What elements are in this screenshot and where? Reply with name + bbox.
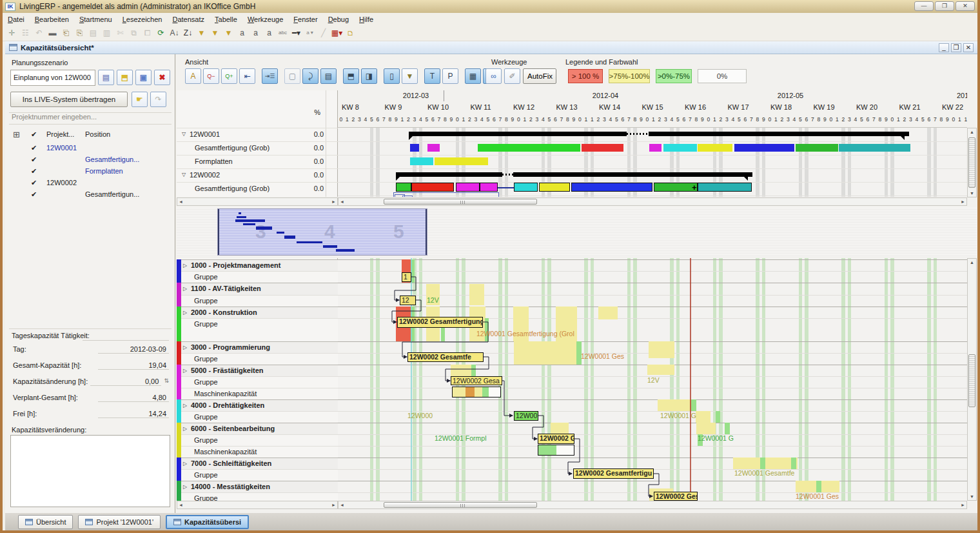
project-row[interactable]: Formplatten0.0 <box>177 155 338 168</box>
menu-datensatz[interactable]: Datensatz <box>167 14 210 25</box>
task-bar[interactable] <box>796 144 838 152</box>
fontsize-icon[interactable]: a ▾ <box>303 26 317 39</box>
transfer-live-button[interactable]: Ins LIVE-System übertragen <box>10 92 128 107</box>
task-bar[interactable] <box>649 144 662 152</box>
expand-icon[interactable]: ▷ <box>183 345 187 350</box>
scroll-left-arrow[interactable]: ◄ <box>340 199 344 204</box>
bottom-tab[interactable]: Projekt '12W0001' <box>78 515 161 529</box>
tree-row[interactable]: ✔12W0002 <box>5 178 175 190</box>
summary-bar[interactable] <box>513 172 752 177</box>
expand-icon[interactable]: ▷ <box>183 461 187 467</box>
color-rows-button[interactable]: ▦ <box>465 68 481 84</box>
expand-icon[interactable]: ▷ <box>183 484 187 490</box>
menu-bearbeiten[interactable]: Bearbeiten <box>30 14 74 25</box>
tree-row-label[interactable]: 12W0002 <box>46 179 77 186</box>
import-icon[interactable]: ⎘ <box>73 26 86 39</box>
scroll-down-arrow[interactable]: ▼ <box>968 494 976 499</box>
spinner-control[interactable]: ⇅ <box>164 377 169 386</box>
legend-chip[interactable]: > 100 % <box>568 69 603 83</box>
zoom-select-button[interactable]: A <box>185 68 201 84</box>
scroll-up-arrow[interactable]: ▲ <box>968 130 976 134</box>
new-scenario-button[interactable]: ▤ <box>98 70 114 85</box>
bottom-tab[interactable]: Übersicht <box>18 515 73 529</box>
scroll-left-arrow[interactable]: ◄ <box>179 503 183 507</box>
legend-chip[interactable]: >75%-100% <box>609 69 650 83</box>
task-bar[interactable] <box>663 144 697 152</box>
minimize-button[interactable]: — <box>914 1 934 11</box>
resource-row[interactable]: ▷3000 - Programmierung <box>181 341 338 353</box>
resource-row[interactable]: Gruppe <box>181 318 338 341</box>
expand-icon[interactable]: ▷ <box>183 263 187 268</box>
restore-button[interactable]: ❐ <box>935 1 954 11</box>
scenario-input[interactable]: Einplanung von 12W000 <box>10 70 95 86</box>
sort-asc-icon[interactable]: A↓ <box>168 26 181 39</box>
tree-row-label[interactable]: Formplatten <box>85 167 123 175</box>
resource-row[interactable]: Maschinenkapazität <box>181 388 338 399</box>
task-bar[interactable] <box>456 183 480 192</box>
task-bar[interactable] <box>411 183 454 192</box>
scroll-thumb[interactable] <box>384 502 537 508</box>
summary-bar[interactable] <box>409 132 627 136</box>
doc-minimize-button[interactable]: _ <box>939 43 949 52</box>
resource-row[interactable]: ▷4000 - Drehtätigkeiten <box>181 399 338 411</box>
task-bar[interactable] <box>478 144 580 152</box>
capacity-task-box[interactable]: 12W0002 Gesamtfertigung <box>397 317 483 328</box>
menu-lesezeichen[interactable]: Lesezeichen <box>117 14 168 25</box>
resource-row[interactable]: Gruppe <box>181 295 338 307</box>
resource-row[interactable]: ▷7000 - Schleiftätigkeiten <box>181 458 338 469</box>
row-checkbox[interactable]: ✔ <box>31 167 37 176</box>
capacity-task-box[interactable]: 12 <box>400 296 416 305</box>
task-bar[interactable] <box>410 144 419 152</box>
scroll-left-arrow[interactable]: ◄ <box>179 199 183 204</box>
zoom-in-button[interactable]: Q+ <box>221 68 237 84</box>
doc-restore-button[interactable]: ❐ <box>951 43 961 52</box>
task-bar[interactable] <box>427 144 440 152</box>
project-number-input[interactable]: Projektnummer eingeben... <box>12 113 169 121</box>
capacity-task-box[interactable] <box>452 387 501 397</box>
legend-chip[interactable]: >0%-75% <box>656 69 692 83</box>
task-bar[interactable] <box>698 183 752 192</box>
task-bar[interactable] <box>839 144 910 152</box>
resource-row[interactable]: ▷6000 - Seitenbearbeitung <box>181 423 338 434</box>
project-row[interactable]: ▽12W00010.0 <box>177 128 338 141</box>
table-hscrollbar[interactable]: ◄► <box>177 197 338 206</box>
task-bar[interactable] <box>514 183 538 192</box>
resource-row[interactable]: Gruppe <box>181 411 338 423</box>
split-right-button[interactable]: ◨ <box>361 68 377 84</box>
gantt-vscrollbar-bottom[interactable]: ▲▼ <box>967 258 977 501</box>
menu-datei[interactable]: Datei <box>3 14 30 25</box>
menu-werkzeuge[interactable]: Werkzeuge <box>242 14 288 25</box>
tree-row[interactable]: ✔Formplatten <box>5 166 175 178</box>
project-row[interactable]: ▽12W00020.0 <box>177 168 338 182</box>
scroll-left-arrow[interactable]: ◄ <box>340 503 344 507</box>
scroll-right-arrow[interactable]: ► <box>961 503 965 507</box>
percent-mode-button[interactable]: P <box>442 68 458 84</box>
scroll-right-arrow[interactable]: ► <box>331 199 336 204</box>
tree-row[interactable]: ✔Gesamtfertigun... <box>5 155 175 166</box>
capacity-task-box[interactable]: 12W0002 G <box>538 434 574 444</box>
add-icon[interactable]: ✛ <box>5 26 19 39</box>
field-value[interactable]: 0,00 <box>90 377 161 386</box>
scroll-to-task-button[interactable]: ⇤ <box>239 68 255 84</box>
resource-row[interactable]: Gruppe <box>181 492 338 501</box>
sort-desc-icon[interactable]: Z↓ <box>181 26 195 39</box>
tree-row[interactable]: ✔Gesamtfertigun... <box>5 190 175 201</box>
minimap-view-end[interactable] <box>426 209 427 256</box>
tree-row[interactable]: ✔12W0001 <box>5 143 175 155</box>
font2-icon[interactable]: a <box>249 26 262 39</box>
resource-row[interactable]: Gruppe <box>181 376 338 388</box>
capacity-task-box[interactable]: 12W0002 Gesamtfertigu <box>573 468 654 479</box>
capacity-task-box[interactable]: 12W0002 Gesa <box>451 376 502 385</box>
expand-icon[interactable]: ▷ <box>183 368 187 374</box>
delete-scenario-button[interactable]: ✖ <box>154 70 170 85</box>
text-mode-button[interactable]: T <box>424 68 440 84</box>
autofix-button[interactable]: AutoFix <box>523 68 556 84</box>
refresh-icon[interactable]: ⟳ <box>154 26 168 39</box>
resource-row[interactable]: Gruppe <box>181 353 338 365</box>
capacity-task-box[interactable]: 12W0002 Ges <box>654 492 698 501</box>
task-bar[interactable] <box>435 157 488 165</box>
resource-row[interactable]: Gruppe <box>181 434 338 446</box>
task-bar[interactable] <box>396 183 411 192</box>
font3-icon[interactable]: a <box>262 26 276 39</box>
open-scenario-button[interactable]: ⬒ <box>117 70 133 85</box>
